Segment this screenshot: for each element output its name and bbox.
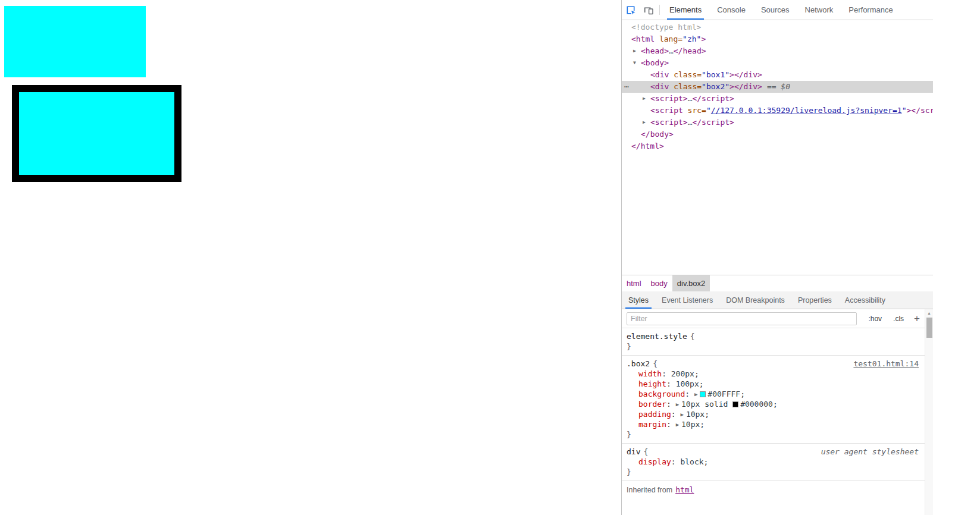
new-style-rule-button[interactable]: +	[914, 313, 920, 324]
inherited-node-link[interactable]: html	[675, 485, 694, 494]
script-src-link[interactable]: //127.0.0.1:35929/livereload.js?snipver=…	[711, 106, 902, 115]
tab-accessibility[interactable]: Accessibility	[838, 291, 892, 309]
colon: :	[662, 369, 671, 378]
expand-arrow-icon[interactable]: ▶	[676, 420, 679, 429]
tab-performance[interactable]: Performance	[841, 0, 900, 20]
tree-row-body-open[interactable]: ▼<body>	[622, 57, 933, 69]
tag-token: <head>	[641, 46, 669, 55]
rule-box2: test01.html:14 .box2{ width: 200px; heig…	[622, 356, 925, 444]
tab-console[interactable]: Console	[709, 0, 753, 20]
breadcrumb: html body div.box2	[622, 275, 933, 291]
rule-close-line: }	[627, 429, 919, 439]
css-property-padding[interactable]: padding: ▶10px;	[627, 409, 919, 419]
attr-value-token: "	[902, 106, 907, 115]
tab-styles[interactable]: Styles	[622, 291, 655, 309]
tree-row-doctype[interactable]: <!doctype html>	[622, 21, 933, 33]
attr-name-token: class=	[669, 70, 702, 79]
element-classes-button[interactable]: .cls	[893, 315, 904, 323]
tag-token: </script>	[692, 94, 734, 103]
expand-arrow-icon[interactable]: ▶	[680, 410, 683, 419]
elements-tree: <!doctype html> <html lang="zh"> ▶<head>…	[622, 20, 933, 275]
rule-selector-line[interactable]: element.style{	[627, 331, 919, 341]
tag-token: <body>	[641, 58, 669, 67]
css-property-margin[interactable]: margin: ▶10px;	[627, 419, 919, 429]
tree-row-script1[interactable]: ▶<script>…</script>	[622, 93, 933, 105]
inherited-from-label: Inherited from	[627, 486, 672, 494]
rule-close-line: }	[627, 341, 919, 351]
close-brace: }	[627, 430, 631, 439]
inspect-element-button[interactable]	[622, 0, 640, 20]
tree-row-script-livereload[interactable]: <script src="//127.0.0.1:35929/livereloa…	[622, 105, 933, 117]
semicolon: ;	[699, 379, 704, 388]
tab-properties[interactable]: Properties	[791, 291, 838, 309]
device-toolbar-button[interactable]	[640, 0, 657, 20]
css-property-display[interactable]: display: block;	[627, 457, 919, 467]
tree-row-script2[interactable]: ▶<script>…</script>	[622, 117, 933, 128]
property-name: border	[638, 400, 666, 409]
expand-arrow-icon[interactable]: ▶	[633, 45, 636, 57]
scrollbar-thumb[interactable]	[926, 318, 932, 338]
rule-selector: div	[627, 447, 640, 456]
breadcrumb-html[interactable]: html	[622, 275, 646, 291]
devtools-toolbar: Elements Console Sources Network Perform…	[622, 0, 933, 20]
tag-token: </body>	[641, 130, 674, 139]
tree-row-div-box2-selected[interactable]: ⋯<div class="box2"></div>== $0	[622, 81, 933, 93]
color-swatch-black[interactable]	[732, 401, 738, 407]
expand-arrow-icon[interactable]: ▶	[643, 93, 646, 105]
rule-selector: element.style	[627, 332, 687, 341]
tag-token: <script	[650, 106, 683, 115]
css-property-background[interactable]: background: ▶#00FFFF;	[627, 389, 919, 399]
ellipsis-token: …	[669, 46, 674, 55]
user-agent-stylesheet-label: user agent stylesheet	[821, 447, 919, 457]
styles-scrollbar[interactable]: ▲	[925, 309, 933, 515]
tab-network[interactable]: Network	[797, 0, 841, 20]
tree-row-html-close[interactable]: </html>	[622, 140, 933, 152]
semicolon: ;	[740, 390, 745, 398]
more-actions-icon[interactable]: ⋯	[624, 81, 630, 92]
property-name: padding	[638, 410, 671, 419]
scroll-up-icon[interactable]: ▲	[925, 309, 933, 317]
property-name: width	[638, 369, 662, 378]
semicolon: ;	[704, 457, 709, 466]
expand-arrow-icon[interactable]: ▶	[676, 400, 679, 409]
tab-elements[interactable]: Elements	[662, 0, 709, 20]
tree-row-div-box1[interactable]: <div class="box1"></div>	[622, 69, 933, 81]
tab-event-listeners[interactable]: Event Listeners	[655, 291, 719, 309]
tag-token: </script>	[692, 118, 734, 127]
semicolon: ;	[694, 369, 699, 378]
css-property-width[interactable]: width: 200px;	[627, 369, 919, 379]
attr-name-token: src=	[683, 106, 706, 115]
tab-dom-breakpoints[interactable]: DOM Breakpoints	[719, 291, 791, 309]
tag-token: <script>	[650, 118, 688, 127]
semicolon: ;	[773, 400, 778, 409]
breadcrumb-div-box2[interactable]: div.box2	[672, 275, 710, 291]
color-swatch-cyan[interactable]	[700, 391, 706, 397]
css-property-height[interactable]: height: 100px;	[627, 379, 919, 389]
attr-value-token: "zh"	[682, 34, 701, 43]
devtools-panel: Elements Console Sources Network Perform…	[621, 0, 933, 515]
open-brace: {	[690, 332, 695, 341]
attr-name-token: class=	[669, 82, 702, 91]
stylesheet-source-link[interactable]: test01.html:14	[853, 359, 919, 369]
tree-row-head[interactable]: ▶<head>…</head>	[622, 45, 933, 57]
property-value: #00FFFF	[707, 390, 740, 398]
breadcrumb-body[interactable]: body	[646, 275, 672, 291]
expand-arrow-icon[interactable]: ▶	[643, 117, 646, 128]
collapse-arrow-icon[interactable]: ▼	[633, 57, 636, 69]
styles-filter-input[interactable]	[627, 312, 857, 325]
tag-token: <div	[650, 70, 669, 79]
semicolon: ;	[705, 410, 709, 419]
hover-state-button[interactable]: :hov	[868, 315, 882, 323]
tag-token: <html	[631, 34, 655, 43]
tree-row-html-open[interactable]: <html lang="zh">	[622, 33, 933, 45]
property-value: 100px	[676, 379, 699, 388]
rule-element-style: element.style{ }	[622, 328, 925, 356]
tag-token: <script>	[650, 94, 688, 103]
styles-filter-bar: :hov .cls +	[622, 309, 925, 328]
tab-sources[interactable]: Sources	[753, 0, 797, 20]
css-property-border[interactable]: border: ▶10px solid #000000;	[627, 399, 919, 409]
attr-value-token: "box1"	[702, 70, 729, 79]
expand-arrow-icon[interactable]: ▶	[694, 390, 697, 399]
tree-row-body-close[interactable]: </body>	[622, 128, 933, 140]
colon: :	[666, 400, 676, 409]
